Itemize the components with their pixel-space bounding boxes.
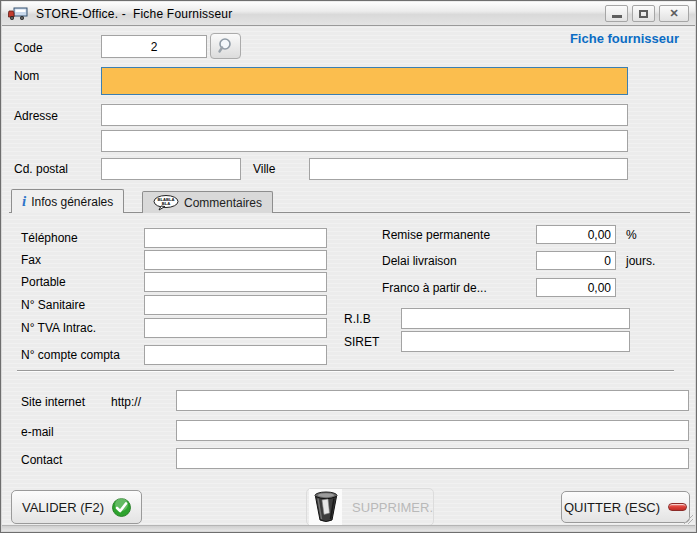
maximize-icon [639, 10, 648, 18]
contact-input[interactable] [176, 448, 689, 469]
tab-infos-generales[interactable]: i Infos générales [11, 189, 124, 213]
quitter-label: QUITTER (ESC) [564, 500, 660, 515]
fax-input[interactable] [144, 250, 327, 270]
close-button[interactable]: ✕ [659, 5, 689, 22]
telephone-input[interactable] [144, 228, 327, 248]
code-label: Code [14, 41, 43, 55]
site-internet-label: Site internet [21, 395, 85, 409]
adresse-line1-input[interactable] [101, 104, 628, 126]
adresse-label: Adresse [14, 109, 58, 123]
search-icon [217, 37, 235, 55]
app-truck-icon [8, 7, 28, 21]
supprimer-button[interactable]: SUPPRIMER. [306, 488, 434, 526]
franco-input[interactable] [536, 278, 616, 297]
sanitaire-input[interactable] [144, 295, 327, 315]
site-internet-input[interactable] [176, 390, 689, 411]
svg-text:BLA: BLA [162, 201, 171, 206]
portable-label: Portable [21, 275, 66, 289]
tab-label: Infos générales [31, 195, 113, 209]
ville-label: Ville [253, 162, 275, 176]
maximize-button[interactable] [632, 5, 655, 22]
search-button[interactable] [210, 33, 241, 59]
compte-compta-input[interactable] [144, 345, 327, 365]
quitter-button[interactable]: QUITTER (ESC) [561, 491, 690, 523]
remise-label: Remise permanente [382, 228, 490, 242]
siret-input[interactable] [401, 331, 630, 352]
email-input[interactable] [176, 420, 689, 441]
fax-label: Fax [21, 253, 41, 267]
info-icon: i [22, 194, 26, 209]
rib-label: R.I.B [344, 312, 371, 326]
nom-input[interactable] [101, 67, 628, 95]
cd-postal-input[interactable] [101, 158, 241, 180]
http-prefix-label: http:// [111, 395, 141, 409]
delai-label: Delai livraison [382, 254, 457, 268]
delai-suffix: jours. [626, 254, 655, 268]
minimize-icon [612, 15, 622, 18]
page-title: Fiche fournisseur [570, 31, 679, 46]
trash-icon [309, 489, 342, 525]
siret-label: SIRET [344, 335, 379, 349]
valider-label: VALIDER (F2) [22, 500, 104, 515]
tva-intra-input[interactable] [144, 318, 327, 338]
contact-label: Contact [21, 453, 62, 467]
close-icon: ✕ [669, 8, 678, 19]
code-input[interactable] [101, 35, 207, 58]
telephone-label: Téléphone [21, 231, 78, 245]
adresse-line2-input[interactable] [101, 130, 628, 152]
section-divider [17, 370, 674, 372]
rib-input[interactable] [401, 308, 630, 329]
cd-postal-label: Cd. postal [14, 162, 68, 176]
compte-compta-label: N° compte compta [21, 348, 120, 362]
supprimer-label: SUPPRIMER. [352, 500, 433, 515]
window-bottom-frame [2, 525, 695, 531]
minimize-button[interactable] [605, 5, 628, 22]
tab-label: Commentaires [184, 196, 262, 210]
franco-label: Franco à partir de... [382, 281, 487, 295]
tab-commentaires[interactable]: BLABLA BLA Commentaires [142, 191, 273, 213]
sanitaire-label: N° Sanitaire [21, 298, 85, 312]
email-label: e-mail [21, 425, 54, 439]
resize-grip[interactable] [683, 514, 693, 524]
ville-input[interactable] [309, 158, 628, 180]
remise-suffix: % [626, 228, 637, 242]
blabla-bubble-icon: BLABLA BLA [153, 195, 179, 211]
valider-button[interactable]: VALIDER (F2) [11, 490, 142, 524]
tva-intra-label: N° TVA Intrac. [21, 321, 96, 335]
nom-label: Nom [14, 69, 39, 83]
delai-input[interactable] [536, 251, 616, 270]
supplier-form-window: STORE-Office. - Fiche Fournisseur ✕ Code… [0, 0, 697, 533]
check-circle-icon [112, 498, 131, 517]
remise-input[interactable] [536, 225, 616, 244]
red-pill-icon [668, 503, 687, 511]
portable-input[interactable] [144, 272, 327, 292]
window-title: STORE-Office. - Fiche Fournisseur [36, 7, 232, 21]
title-bar[interactable]: STORE-Office. - Fiche Fournisseur ✕ [2, 2, 695, 26]
